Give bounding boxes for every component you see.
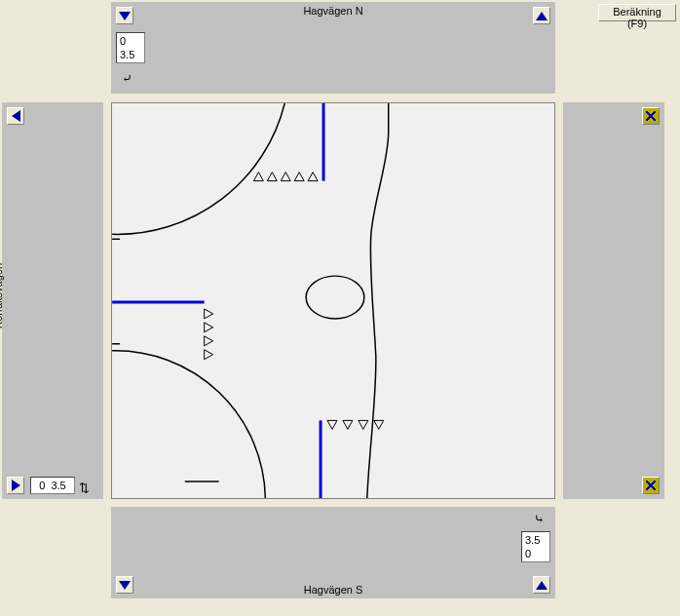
north-down-button[interactable] (116, 7, 133, 24)
intersection-svg (112, 103, 554, 498)
south-up-button[interactable] (533, 576, 550, 594)
north-label: Hagvägen N (112, 5, 554, 17)
north-lane-val1: 3.5 (120, 49, 141, 60)
north-turn-icon: ⤶ (122, 73, 132, 84)
south-lane-values: 3.5 0 (521, 531, 550, 562)
west-panel: 0 3.5 ⇅ (2, 102, 103, 499)
east-top-x-button[interactable] (642, 107, 660, 125)
east-bottom-x-button[interactable] (642, 477, 660, 494)
south-panel: Hagvägen S ⤷ 3.5 0 (111, 507, 555, 598)
south-turn-icon: ⤷ (534, 514, 545, 524)
west-left-button[interactable] (7, 107, 24, 125)
north-lane-values: 0 3.5 (116, 32, 145, 63)
calc-button[interactable]: Beräkning (F9) (598, 4, 676, 21)
west-label: Körfältsvägen (0, 263, 4, 328)
south-label: Hagvägen S (112, 584, 554, 596)
west-turn-icon: ⇅ (79, 482, 90, 493)
south-down-button[interactable] (116, 576, 133, 594)
west-lane-val1: 3.5 (51, 480, 65, 491)
east-panel (563, 102, 664, 499)
south-lane-val0: 3.5 (525, 534, 547, 546)
west-lane-val0: 0 (39, 480, 45, 491)
north-lane-val0: 0 (120, 35, 141, 47)
south-lane-val1: 0 (525, 548, 547, 559)
intersection-canvas (111, 102, 555, 499)
west-right-button[interactable] (7, 477, 24, 494)
west-lane-values: 0 3.5 (30, 477, 75, 494)
north-up-button[interactable] (533, 7, 550, 24)
north-panel: Hagvägen N 0 3.5 ⤶ (111, 2, 555, 94)
